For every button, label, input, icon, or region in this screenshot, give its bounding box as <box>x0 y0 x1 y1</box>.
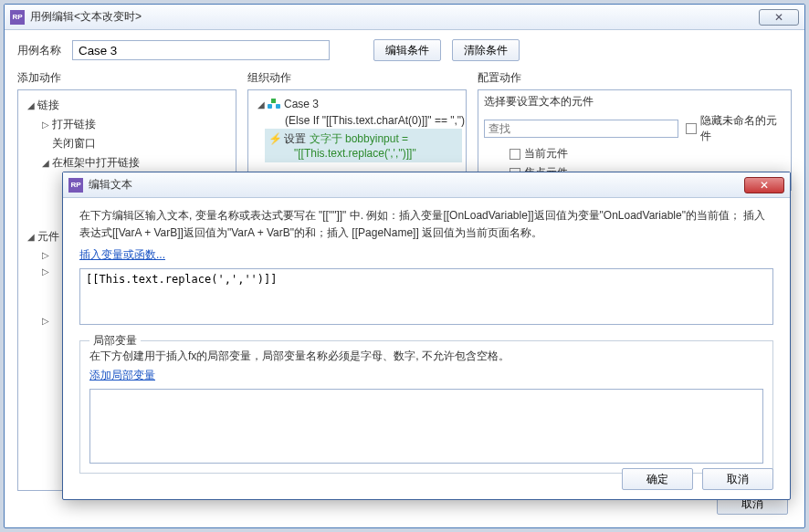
close-window-item[interactable]: 关闭窗口 <box>52 136 96 151</box>
checkbox-icon <box>510 149 520 160</box>
edit-condition-button[interactable]: 编辑条件 <box>373 39 441 61</box>
case-icon <box>268 99 280 110</box>
hide-unnamed-label: 隐藏未命名的元件 <box>700 113 785 144</box>
dialog-cancel-button[interactable]: 取消 <box>702 468 773 490</box>
dialog-ok-button[interactable]: 确定 <box>622 468 693 490</box>
app-icon: RP <box>68 178 83 193</box>
bolt-icon: ⚡ <box>268 132 281 145</box>
dialog-instructions: 在下方编辑区输入文本, 变量名称或表达式要写在 "[[""]]" 中. 例如：插… <box>79 207 773 242</box>
add-action-heading: 添加动作 <box>17 70 236 86</box>
current-widget-option[interactable]: 当前元件 <box>484 144 785 163</box>
tree-item-8[interactable] <box>52 363 55 376</box>
case-name-input[interactable] <box>72 40 330 60</box>
edit-text-dialog: RP 编辑文本 ✕ 在下方编辑区输入文本, 变量名称或表达式要写在 "[[""]… <box>62 172 791 500</box>
open-in-frame-item[interactable]: 在框架中打开链接 <box>52 155 140 171</box>
dialog-titlebar[interactable]: RP 编辑文本 ✕ <box>63 172 790 198</box>
tree-item-4[interactable] <box>52 297 55 310</box>
local-variables-legend: 局部变量 <box>89 333 141 349</box>
tree-item-5[interactable] <box>52 314 55 327</box>
set-verb: 设置 <box>284 132 309 145</box>
open-link-item[interactable]: 打开链接 <box>52 117 96 132</box>
set-expression: "[[This.text.replace(',','')]]" <box>268 147 458 160</box>
tree-item-6[interactable] <box>52 330 55 343</box>
case-name-label: 用例名称 <box>17 43 61 58</box>
local-variables-section: 局部变量 在下方创建用于插入fx的局部变量，局部变量名称必须是字母、数字, 不允… <box>79 340 773 474</box>
tree-item-1[interactable] <box>52 248 55 261</box>
add-local-variable-link[interactable]: 添加局部变量 <box>89 369 155 381</box>
local-variables-instr: 在下方创建用于插入fx的局部变量，局部变量名称必须是字母、数字, 不允许包含空格… <box>89 349 763 364</box>
organize-heading: 组织动作 <box>247 70 467 86</box>
widget-group[interactable]: 元件 <box>37 229 59 245</box>
insert-variable-link[interactable]: 插入变量或函数... <box>79 248 165 261</box>
hide-unnamed-checkbox[interactable]: 隐藏未命名的元件 <box>686 113 785 144</box>
set-target: 文字于 bobbyinput = <box>310 132 408 145</box>
select-widget-label: 选择要设置文本的元件 <box>484 94 785 110</box>
dialog-title: 编辑文本 <box>89 177 132 193</box>
window-titlebar[interactable]: RP 用例编辑<文本改变时> ✕ <box>5 5 804 30</box>
tree-item-7[interactable] <box>52 347 55 360</box>
local-variables-list[interactable] <box>89 389 763 464</box>
checkbox-icon <box>686 123 697 134</box>
app-icon: RP <box>10 10 25 25</box>
window-title: 用例编辑<文本改变时> <box>30 9 142 25</box>
expression-textarea[interactable]: [[This.text.replace(',','')]] <box>79 268 773 325</box>
link-group[interactable]: 链接 <box>37 98 59 113</box>
case-condition: (Else If "[[This.text.charAt(0)]]" == ",… <box>267 112 462 129</box>
window-close-button[interactable]: ✕ <box>759 9 799 26</box>
dialog-close-button[interactable]: ✕ <box>744 177 784 193</box>
case-node[interactable]: Case 3 <box>284 98 319 110</box>
tree-item-3[interactable] <box>52 281 55 294</box>
tree-item-2[interactable] <box>52 265 55 277</box>
clear-condition-button[interactable]: 清除条件 <box>452 39 520 61</box>
widget-search-input[interactable] <box>484 120 678 138</box>
configure-heading: 配置动作 <box>478 70 792 86</box>
set-text-action[interactable]: ⚡ 设置 文字于 bobbyinput = "[[This.text.repla… <box>265 129 462 162</box>
